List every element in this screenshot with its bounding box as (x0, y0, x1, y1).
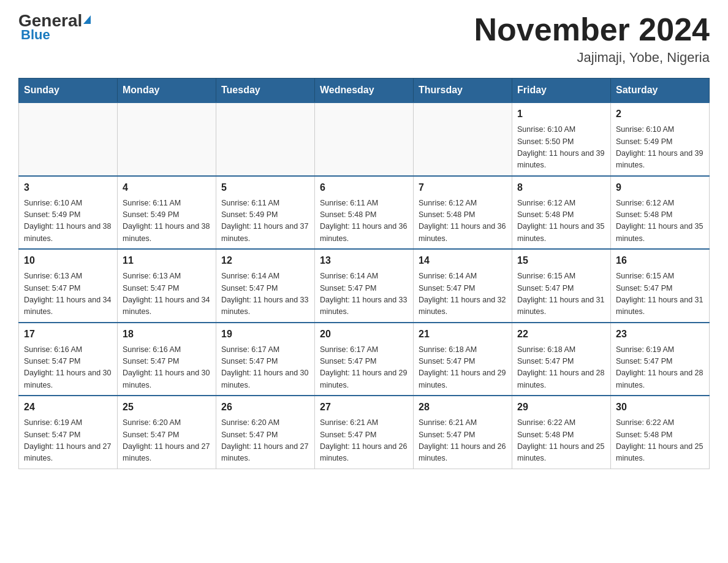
calendar-cell: 21Sunrise: 6:18 AMSunset: 5:47 PMDayligh… (414, 323, 512, 396)
day-info: Sunrise: 6:12 AMSunset: 5:48 PMDaylight:… (517, 197, 605, 245)
day-info: Sunrise: 6:18 AMSunset: 5:47 PMDaylight:… (419, 344, 507, 392)
day-number: 28 (419, 400, 507, 415)
calendar-subtitle: Jajimaji, Yobe, Nigeria (474, 50, 710, 66)
day-number: 8 (517, 180, 605, 195)
calendar-cell: 8Sunrise: 6:12 AMSunset: 5:48 PMDaylight… (512, 176, 611, 250)
day-info: Sunrise: 6:19 AMSunset: 5:47 PMDaylight:… (24, 417, 112, 465)
calendar-cell: 17Sunrise: 6:16 AMSunset: 5:47 PMDayligh… (19, 323, 118, 396)
day-number: 3 (24, 180, 112, 195)
calendar-cell: 25Sunrise: 6:20 AMSunset: 5:47 PMDayligh… (118, 396, 216, 469)
calendar-cell: 24Sunrise: 6:19 AMSunset: 5:47 PMDayligh… (19, 396, 118, 469)
day-number: 2 (616, 107, 704, 121)
day-info: Sunrise: 6:16 AMSunset: 5:47 PMDaylight:… (24, 344, 112, 392)
day-info: Sunrise: 6:13 AMSunset: 5:47 PMDaylight:… (123, 270, 211, 318)
week-row-2: 3Sunrise: 6:10 AMSunset: 5:49 PMDaylight… (19, 176, 710, 250)
calendar-cell: 22Sunrise: 6:18 AMSunset: 5:47 PMDayligh… (512, 323, 611, 396)
day-number: 21 (419, 327, 507, 342)
day-info: Sunrise: 6:12 AMSunset: 5:48 PMDaylight:… (616, 197, 704, 245)
day-info: Sunrise: 6:14 AMSunset: 5:47 PMDaylight:… (221, 270, 309, 318)
day-number: 25 (123, 400, 211, 415)
day-info: Sunrise: 6:11 AMSunset: 5:48 PMDaylight:… (320, 197, 408, 245)
day-number: 15 (517, 253, 605, 268)
day-info: Sunrise: 6:13 AMSunset: 5:47 PMDaylight:… (24, 270, 112, 318)
day-number: 6 (320, 180, 408, 195)
week-row-1: 1Sunrise: 6:10 AMSunset: 5:50 PMDaylight… (19, 102, 710, 176)
calendar-cell: 5Sunrise: 6:11 AMSunset: 5:49 PMDaylight… (216, 176, 315, 250)
day-number: 18 (123, 327, 211, 342)
col-tuesday: Tuesday (216, 79, 315, 103)
day-number: 17 (24, 327, 112, 342)
day-number: 4 (123, 180, 211, 195)
logo-blue: Blue (21, 27, 50, 43)
calendar-cell: 6Sunrise: 6:11 AMSunset: 5:48 PMDaylight… (315, 176, 414, 250)
col-monday: Monday (118, 79, 216, 103)
day-info: Sunrise: 6:10 AMSunset: 5:49 PMDaylight:… (24, 197, 112, 245)
day-info: Sunrise: 6:20 AMSunset: 5:47 PMDaylight:… (221, 417, 309, 465)
logo: General Blue (18, 12, 91, 43)
day-info: Sunrise: 6:17 AMSunset: 5:47 PMDaylight:… (221, 344, 309, 392)
calendar-cell: 11Sunrise: 6:13 AMSunset: 5:47 PMDayligh… (118, 249, 216, 323)
day-number: 11 (123, 253, 211, 268)
day-info: Sunrise: 6:17 AMSunset: 5:47 PMDaylight:… (320, 344, 408, 392)
calendar-cell: 26Sunrise: 6:20 AMSunset: 5:47 PMDayligh… (216, 396, 315, 469)
calendar-table: Sunday Monday Tuesday Wednesday Thursday… (18, 78, 710, 469)
col-wednesday: Wednesday (315, 79, 414, 103)
day-number: 27 (320, 400, 408, 415)
calendar-cell (118, 102, 216, 176)
day-number: 9 (616, 180, 704, 195)
day-number: 10 (24, 253, 112, 268)
week-row-5: 24Sunrise: 6:19 AMSunset: 5:47 PMDayligh… (19, 396, 710, 469)
calendar-cell: 27Sunrise: 6:21 AMSunset: 5:47 PMDayligh… (315, 396, 414, 469)
day-number: 22 (517, 327, 605, 342)
calendar-cell (19, 102, 118, 176)
day-number: 1 (517, 107, 605, 121)
day-info: Sunrise: 6:14 AMSunset: 5:47 PMDaylight:… (320, 270, 408, 318)
day-number: 24 (24, 400, 112, 415)
day-number: 5 (221, 180, 309, 195)
day-info: Sunrise: 6:14 AMSunset: 5:47 PMDaylight:… (419, 270, 507, 318)
day-info: Sunrise: 6:21 AMSunset: 5:47 PMDaylight:… (320, 417, 408, 465)
calendar-cell: 1Sunrise: 6:10 AMSunset: 5:50 PMDaylight… (512, 102, 611, 176)
day-info: Sunrise: 6:10 AMSunset: 5:50 PMDaylight:… (517, 124, 605, 172)
calendar-cell: 4Sunrise: 6:11 AMSunset: 5:49 PMDaylight… (118, 176, 216, 250)
week-row-4: 17Sunrise: 6:16 AMSunset: 5:47 PMDayligh… (19, 323, 710, 396)
day-number: 29 (517, 400, 605, 415)
page-header: General Blue November 2024 Jajimaji, Yob… (18, 12, 710, 66)
week-row-3: 10Sunrise: 6:13 AMSunset: 5:47 PMDayligh… (19, 249, 710, 323)
calendar-cell: 16Sunrise: 6:15 AMSunset: 5:47 PMDayligh… (611, 249, 710, 323)
calendar-cell: 18Sunrise: 6:16 AMSunset: 5:47 PMDayligh… (118, 323, 216, 396)
calendar-cell: 20Sunrise: 6:17 AMSunset: 5:47 PMDayligh… (315, 323, 414, 396)
col-saturday: Saturday (611, 79, 710, 103)
calendar-cell: 28Sunrise: 6:21 AMSunset: 5:47 PMDayligh… (414, 396, 512, 469)
day-info: Sunrise: 6:15 AMSunset: 5:47 PMDaylight:… (616, 270, 704, 318)
calendar-cell: 14Sunrise: 6:14 AMSunset: 5:47 PMDayligh… (414, 249, 512, 323)
day-number: 26 (221, 400, 309, 415)
calendar-cell: 23Sunrise: 6:19 AMSunset: 5:47 PMDayligh… (611, 323, 710, 396)
day-number: 23 (616, 327, 704, 342)
day-number: 13 (320, 253, 408, 268)
day-number: 30 (616, 400, 704, 415)
day-info: Sunrise: 6:18 AMSunset: 5:47 PMDaylight:… (517, 344, 605, 392)
calendar-cell: 9Sunrise: 6:12 AMSunset: 5:48 PMDaylight… (611, 176, 710, 250)
day-info: Sunrise: 6:11 AMSunset: 5:49 PMDaylight:… (221, 197, 309, 245)
calendar-cell: 2Sunrise: 6:10 AMSunset: 5:49 PMDaylight… (611, 102, 710, 176)
day-info: Sunrise: 6:15 AMSunset: 5:47 PMDaylight:… (517, 270, 605, 318)
col-thursday: Thursday (414, 79, 512, 103)
day-info: Sunrise: 6:22 AMSunset: 5:48 PMDaylight:… (616, 417, 704, 465)
day-info: Sunrise: 6:20 AMSunset: 5:47 PMDaylight:… (123, 417, 211, 465)
calendar-cell: 10Sunrise: 6:13 AMSunset: 5:47 PMDayligh… (19, 249, 118, 323)
calendar-cell: 19Sunrise: 6:17 AMSunset: 5:47 PMDayligh… (216, 323, 315, 396)
day-info: Sunrise: 6:12 AMSunset: 5:48 PMDaylight:… (419, 197, 507, 245)
calendar-cell: 29Sunrise: 6:22 AMSunset: 5:48 PMDayligh… (512, 396, 611, 469)
day-number: 12 (221, 253, 309, 268)
col-friday: Friday (512, 79, 611, 103)
calendar-cell: 30Sunrise: 6:22 AMSunset: 5:48 PMDayligh… (611, 396, 710, 469)
title-block: November 2024 Jajimaji, Yobe, Nigeria (474, 12, 710, 66)
calendar-cell (414, 102, 512, 176)
calendar-cell (216, 102, 315, 176)
calendar-cell: 3Sunrise: 6:10 AMSunset: 5:49 PMDaylight… (19, 176, 118, 250)
day-info: Sunrise: 6:10 AMSunset: 5:49 PMDaylight:… (616, 124, 704, 172)
day-info: Sunrise: 6:21 AMSunset: 5:47 PMDaylight:… (419, 417, 507, 465)
calendar-cell: 7Sunrise: 6:12 AMSunset: 5:48 PMDaylight… (414, 176, 512, 250)
day-number: 14 (419, 253, 507, 268)
